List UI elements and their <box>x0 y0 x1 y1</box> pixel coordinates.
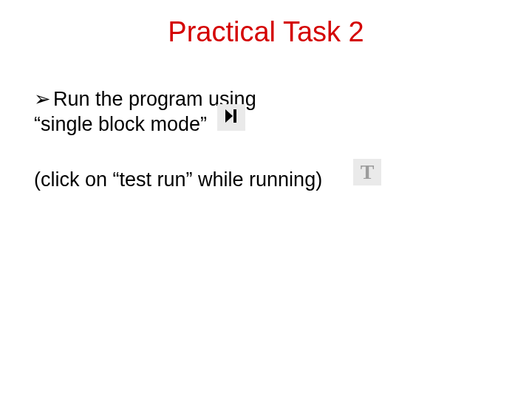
slide-title: Practical Task 2 <box>0 16 532 48</box>
instruction-line-2: “single block mode” <box>34 112 207 137</box>
test-run-icon: T <box>361 160 375 184</box>
bullet-icon: ➢ <box>34 87 51 112</box>
instruction-line-3: (click on “test run” while running) <box>34 168 322 192</box>
single-block-mode-button[interactable] <box>217 104 245 131</box>
svg-rect-1 <box>233 109 236 123</box>
step-forward-icon <box>225 109 237 126</box>
svg-marker-0 <box>225 109 233 123</box>
test-run-button[interactable]: T <box>353 159 381 185</box>
